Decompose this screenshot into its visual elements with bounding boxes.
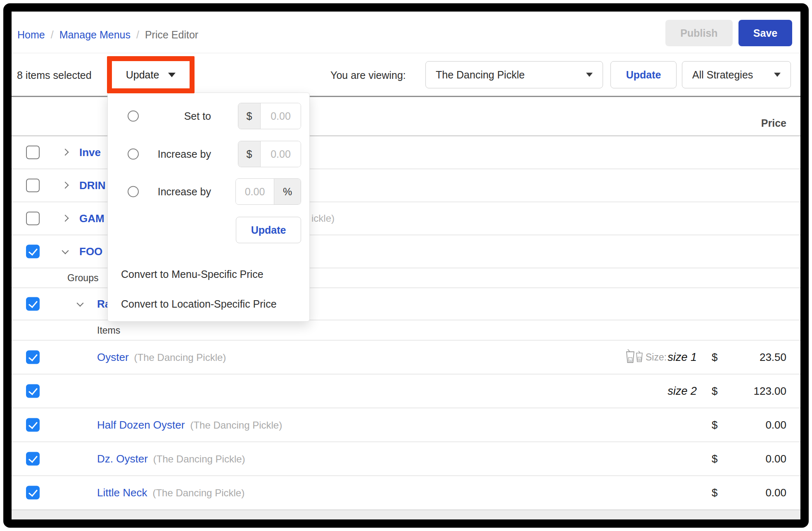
item-name-group: Dz. Oyster (The Dancing Pickle) bbox=[97, 453, 245, 465]
price-value: 23.50 bbox=[760, 351, 786, 364]
price-value: 123.00 bbox=[753, 385, 786, 398]
save-button[interactable]: Save bbox=[738, 20, 792, 46]
breadcrumb-separator: / bbox=[136, 29, 139, 41]
screenshot-stage: Home / Manage Menus / Price Editor Publi… bbox=[0, 0, 812, 531]
item-name-link[interactable]: Half Dozen Oyster bbox=[97, 419, 185, 431]
breadcrumb-current-page: Price Editor bbox=[145, 29, 198, 41]
increase-percent-amount-input[interactable] bbox=[236, 179, 274, 204]
header-divider bbox=[12, 53, 800, 53]
size-label: Size: bbox=[646, 352, 667, 363]
increase-percent-row: Increase by % bbox=[108, 178, 309, 205]
set-to-input-group: $ bbox=[238, 103, 301, 129]
chevron-down-icon bbox=[168, 73, 176, 77]
chevron-down-icon[interactable] bbox=[62, 247, 69, 254]
item-row-oyster-size1: Oyster (The Dancing Pickle) L s Size: si… bbox=[12, 341, 800, 375]
item-name-link[interactable]: Dz. Oyster bbox=[97, 453, 148, 465]
set-to-row: Set to $ bbox=[108, 103, 309, 129]
row-checkbox[interactable] bbox=[26, 452, 40, 466]
group-name-link[interactable]: DRIN bbox=[79, 179, 106, 192]
size-value: size 2 bbox=[667, 385, 697, 398]
item-name-group: Little Neck (The Dancing Pickle) bbox=[97, 486, 245, 499]
breadcrumb-manage-menus-link[interactable]: Manage Menus bbox=[59, 29, 131, 41]
row-checkbox[interactable] bbox=[26, 212, 40, 225]
price-value: 0.00 bbox=[765, 486, 786, 499]
item-location-text: (The Dancing Pickle) bbox=[152, 487, 245, 499]
bulk-update-dropdown-trigger[interactable]: Update bbox=[112, 61, 190, 88]
size-value: size 1 bbox=[667, 351, 697, 364]
item-row-dz-oyster: Dz. Oyster (The Dancing Pickle) $ 0.00 bbox=[12, 442, 800, 476]
row-checkbox[interactable] bbox=[26, 351, 40, 364]
item-name-link[interactable]: Little Neck bbox=[97, 486, 147, 499]
set-to-radio[interactable] bbox=[128, 111, 139, 122]
price-value: 0.00 bbox=[765, 419, 786, 431]
chevron-right-icon[interactable] bbox=[62, 149, 69, 156]
increase-percent-radio[interactable] bbox=[128, 186, 139, 197]
group-name-link[interactable]: Inve bbox=[79, 146, 101, 159]
convert-to-menu-specific-price-item[interactable]: Convert to Menu-Specific Price bbox=[108, 262, 309, 286]
breadcrumb: Home / Manage Menus / Price Editor bbox=[17, 29, 198, 41]
group-name-link[interactable]: GAM bbox=[79, 212, 104, 225]
increase-percent-input-group: % bbox=[235, 178, 301, 205]
chevron-down-icon bbox=[774, 73, 781, 77]
item-name-link[interactable]: Oyster bbox=[97, 351, 129, 364]
bulk-update-label: Update bbox=[126, 69, 159, 81]
chevron-right-icon[interactable] bbox=[62, 215, 69, 222]
breadcrumb-home-link[interactable]: Home bbox=[17, 29, 45, 41]
increase-dollar-input-group: $ bbox=[238, 141, 301, 167]
strategies-select-value: All Strategies bbox=[692, 69, 753, 81]
group-name-overflow-fragment: ickle) bbox=[311, 213, 335, 224]
item-location-text: (The Dancing Pickle) bbox=[134, 352, 226, 363]
price-column-header: Price bbox=[761, 117, 786, 129]
row-checkbox[interactable] bbox=[26, 486, 40, 500]
increase-dollar-label: Increase by bbox=[158, 148, 211, 160]
selection-count-text: 8 items selected bbox=[17, 69, 92, 81]
convert-to-location-specific-price-item[interactable]: Convert to Location-Specific Price bbox=[108, 292, 309, 316]
item-row-half-dozen-oyster: Half Dozen Oyster (The Dancing Pickle) $… bbox=[12, 408, 800, 442]
item-row-oyster-size2: size 2 $ 123.00 bbox=[12, 375, 800, 408]
item-name-group: Oyster (The Dancing Pickle) bbox=[97, 351, 226, 364]
row-checkbox[interactable] bbox=[26, 384, 40, 398]
set-to-amount-input[interactable] bbox=[261, 103, 301, 129]
currency-symbol: $ bbox=[712, 486, 717, 499]
viewing-update-button[interactable]: Update bbox=[610, 61, 677, 88]
publish-button[interactable]: Publish bbox=[665, 20, 733, 46]
size-cups-icon: L s bbox=[625, 348, 644, 367]
items-section-row: Items bbox=[12, 320, 800, 341]
row-checkbox[interactable] bbox=[26, 146, 40, 159]
increase-dollar-amount-input[interactable] bbox=[261, 141, 301, 167]
svg-text:L: L bbox=[629, 358, 632, 362]
price-value: 0.00 bbox=[765, 453, 786, 465]
increase-dollar-row: Increase by $ bbox=[108, 141, 309, 167]
set-to-label: Set to bbox=[184, 110, 211, 122]
strategies-select[interactable]: All Strategies bbox=[682, 61, 791, 88]
row-checkbox[interactable] bbox=[26, 245, 40, 258]
chevron-down-icon bbox=[586, 73, 593, 77]
bottom-strip bbox=[12, 510, 800, 519]
dollar-prefix: $ bbox=[238, 141, 261, 167]
currency-symbol: $ bbox=[712, 419, 717, 431]
row-checkbox[interactable] bbox=[26, 418, 40, 432]
menu-select[interactable]: The Dancing Pickle bbox=[425, 61, 603, 88]
increase-percent-label: Increase by bbox=[158, 186, 211, 198]
item-location-text: (The Dancing Pickle) bbox=[153, 453, 245, 465]
price-editor-app: Home / Manage Menus / Price Editor Publi… bbox=[12, 12, 800, 519]
dropdown-update-button[interactable]: Update bbox=[236, 217, 301, 243]
chevron-down-icon[interactable] bbox=[77, 300, 84, 307]
bulk-update-dropdown-panel: Set to $ Increase by $ Increase by bbox=[107, 92, 310, 322]
item-name-group: Half Dozen Oyster (The Dancing Pickle) bbox=[97, 419, 282, 431]
item-location-text: (The Dancing Pickle) bbox=[190, 420, 282, 431]
currency-symbol: $ bbox=[712, 453, 717, 465]
group-name-link[interactable]: FOO bbox=[79, 245, 102, 258]
row-checkbox[interactable] bbox=[26, 297, 40, 311]
items-section-label: Items bbox=[97, 325, 120, 336]
percent-suffix: % bbox=[274, 179, 301, 204]
increase-dollar-radio[interactable] bbox=[128, 149, 139, 160]
groups-section-label: Groups bbox=[67, 273, 98, 284]
row-checkbox[interactable] bbox=[26, 179, 40, 192]
breadcrumb-separator: / bbox=[51, 29, 54, 41]
currency-symbol: $ bbox=[712, 351, 717, 364]
viewing-label: You are viewing: bbox=[330, 69, 406, 81]
chevron-right-icon[interactable] bbox=[62, 182, 69, 189]
dollar-prefix: $ bbox=[238, 103, 261, 129]
currency-symbol: $ bbox=[712, 385, 717, 398]
